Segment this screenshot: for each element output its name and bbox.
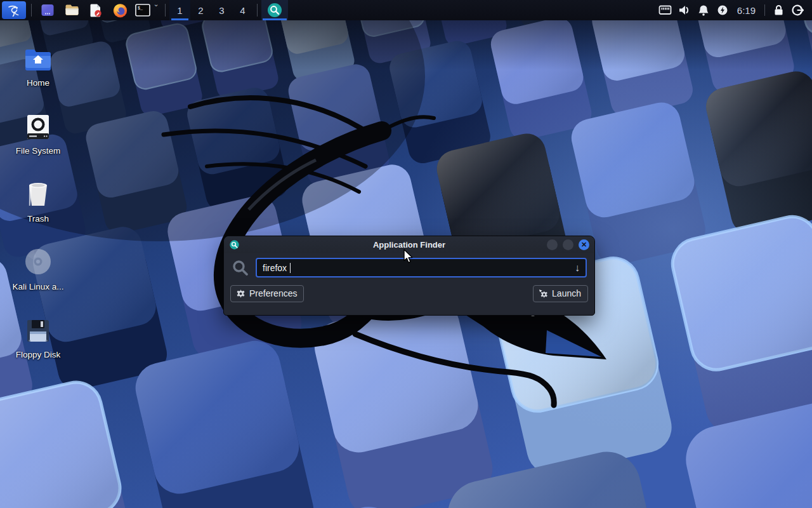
terminal-icon: $_ [134,3,151,18]
terminal-glyph: $_ [138,6,143,11]
text-caret [290,263,291,273]
maximize-button[interactable] [563,239,573,250]
panel-separator [165,4,166,17]
folder-icon [64,3,80,18]
panel-separator [764,4,765,16]
launch-button[interactable]: Launch [533,285,588,302]
gear-icon [236,289,246,298]
workspace-2[interactable]: 2 [190,0,211,20]
close-icon: ✕ [581,241,587,248]
kali-logo-icon [6,3,22,18]
desktop-icon-trash[interactable]: Trash [5,170,71,238]
preferences-label: Preferences [249,288,297,298]
workspace-1-label: 1 [177,5,182,16]
text-editor-launcher[interactable] [84,0,108,20]
preferences-button[interactable]: Preferences [230,285,304,302]
desktop-icon-file-system[interactable]: File System [5,102,71,170]
run-gear-icon [539,289,548,298]
panel-separator [257,4,258,17]
desktop-icon [40,3,55,18]
desktop-icon-label: File System [16,146,61,156]
window-title: Application Finder [224,240,594,250]
desktop-icon-kali-docs[interactable]: Kali Linux a... [5,238,71,306]
text-editor-icon [88,3,103,18]
desktop-icon-floppy[interactable]: Floppy Disk [5,306,71,374]
minimize-button[interactable] [547,239,558,250]
application-finder-window: Application Finder ✕ firefox ↓ [223,236,595,316]
desktop-icon-label: Kali Linux a... [12,282,63,291]
search-input-value: firefox [263,263,287,273]
power-manager-tray-icon[interactable] [714,2,731,18]
search-input[interactable]: firefox ↓ [256,258,587,277]
appfinder-icon [266,2,283,18]
desktop-icon-label: Home [27,78,49,88]
hard-drive-icon [25,107,51,140]
desktop-icon-label: Floppy Disk [16,350,61,359]
desktop-icon-column: Home File System [5,34,71,374]
firefox-icon [112,3,128,18]
panel-separator [31,4,32,17]
lock-screen-button[interactable] [770,2,787,18]
home-folder-icon [23,39,53,72]
volume-tray-icon[interactable] [676,2,693,18]
workspace-2-label: 2 [198,5,203,16]
show-desktop-button[interactable] [36,0,60,20]
workspace-1[interactable]: 1 [169,0,190,20]
kali-menu-button[interactable] [2,1,26,19]
top-panel: $_ ⌄ 1 2 3 4 [0,0,812,20]
floppy-disk-icon [25,311,51,344]
network-tray-icon[interactable] [657,2,674,18]
workspace-4[interactable]: 4 [232,0,253,20]
workspace-4-label: 4 [240,5,245,16]
logout-button[interactable] [789,2,806,18]
chevron-down-icon[interactable]: ⌄ [151,0,161,20]
launch-label: Launch [552,288,581,298]
close-button[interactable]: ✕ [579,239,589,250]
workspace-3[interactable]: 3 [211,0,232,20]
desktop: $_ ⌄ 1 2 3 4 [0,0,812,508]
terminal-launcher[interactable]: $_ [132,0,154,20]
desktop-icon-label: Trash [27,214,49,224]
notifications-tray-icon[interactable] [695,2,712,18]
search-icon [232,259,249,277]
taskbar-appfinder-window[interactable] [261,0,288,20]
clock[interactable]: 6:19 [733,5,759,16]
appfinder-window-icon [229,239,240,250]
firefox-launcher[interactable] [108,0,132,20]
dropdown-arrow-icon[interactable]: ↓ [575,262,580,274]
file-manager-launcher[interactable] [60,0,84,20]
trash-icon [24,175,52,208]
workspace-3-label: 3 [219,5,224,16]
desktop-icon-home[interactable]: Home [5,34,71,102]
cd-disc-icon [23,243,53,276]
titlebar[interactable]: Application Finder ✕ [224,236,594,253]
